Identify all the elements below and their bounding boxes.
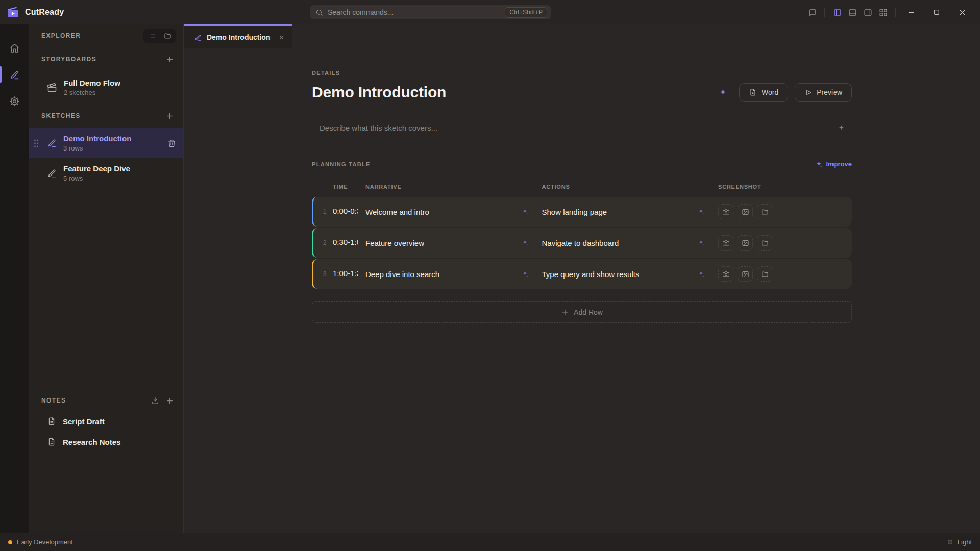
preview-button[interactable]: Preview — [795, 83, 852, 102]
storyboards-label: STORYBOARDS — [41, 56, 96, 63]
theme-toggle-button[interactable]: Light — [946, 538, 972, 546]
title-actions: Word Preview — [719, 83, 852, 102]
panel-left-icon — [833, 8, 842, 17]
sketch-subtitle: 3 rows — [63, 144, 131, 152]
sketches-header: SKETCHES — [29, 104, 183, 128]
export-word-button[interactable]: Word — [739, 83, 788, 102]
time-cell[interactable]: 1:00-1:30 — [333, 269, 365, 280]
add-storyboard-button[interactable] — [163, 53, 176, 66]
cell-ai-button[interactable] — [522, 208, 529, 215]
add-note-button[interactable] — [163, 394, 176, 407]
close-icon — [278, 34, 285, 41]
file-text-icon — [47, 437, 56, 446]
sparkle-icon — [719, 88, 727, 97]
delete-sketch-icon[interactable] — [167, 139, 176, 147]
narrative-cell[interactable]: Feature overview — [365, 239, 542, 247]
cell-ai-button[interactable] — [698, 270, 705, 278]
sparkles-icon — [522, 208, 529, 215]
cell-ai-button[interactable] — [698, 239, 705, 246]
note-item-research-notes[interactable]: Research Notes — [29, 432, 183, 452]
actions-cell[interactable]: Show landing page — [542, 208, 719, 216]
drag-handle-icon[interactable] — [33, 138, 39, 148]
toggle-right-panel-button[interactable] — [860, 5, 875, 20]
time-cell[interactable]: 0:30-1:00 — [333, 238, 365, 248]
maximize-button[interactable] — [926, 5, 947, 20]
titlebar: CutReady Ctrl+Shift+P — [0, 0, 980, 24]
cell-ai-button[interactable] — [522, 270, 529, 278]
sketch-title: Feature Deep Dive — [63, 164, 130, 173]
search-icon — [315, 9, 323, 16]
add-sketch-button[interactable] — [163, 109, 176, 122]
list-view-button[interactable] — [145, 30, 159, 42]
nav-home-button[interactable] — [0, 37, 29, 59]
toggle-bottom-panel-button[interactable] — [845, 5, 860, 20]
tab-demo-introduction[interactable]: Demo Introduction — [184, 24, 292, 48]
pick-image-button[interactable] — [738, 204, 753, 219]
screenshot-cell — [718, 235, 846, 251]
browse-files-button[interactable] — [757, 204, 772, 219]
file-text-icon — [47, 417, 56, 426]
note-item-script-draft[interactable]: Script Draft — [29, 411, 183, 432]
actions-cell[interactable]: Type query and show results — [542, 270, 719, 279]
close-window-button[interactable] — [951, 5, 973, 20]
browse-files-button[interactable] — [757, 235, 772, 251]
grid-icon — [879, 8, 888, 17]
description-ai-button[interactable] — [838, 124, 845, 131]
row-number: 2 — [316, 239, 333, 246]
feedback-button[interactable] — [804, 5, 820, 20]
explorer-header: EXPLORER — [29, 24, 183, 47]
capture-screenshot-button[interactable] — [718, 266, 733, 282]
panel-right-icon — [864, 8, 872, 17]
folder-icon — [164, 32, 172, 40]
ai-sparkle-button[interactable] — [719, 88, 727, 97]
capture-screenshot-button[interactable] — [718, 235, 733, 251]
page-title[interactable]: Demo Introduction — [312, 84, 446, 101]
improve-label: Improve — [826, 160, 852, 168]
cell-ai-button[interactable] — [698, 208, 705, 215]
pick-image-button[interactable] — [738, 266, 753, 282]
explorer-view-toggle — [143, 29, 176, 43]
sketch-item-demo-introduction[interactable]: Demo Introduction 3 rows — [29, 128, 183, 158]
close-tab-button[interactable] — [278, 34, 285, 41]
image-icon — [742, 208, 749, 216]
tab-label: Demo Introduction — [207, 33, 270, 41]
time-cell[interactable]: 0:00-0:30 — [333, 207, 365, 217]
minimize-button[interactable] — [900, 5, 922, 20]
download-notes-button[interactable] — [149, 394, 162, 407]
description-field[interactable]: Describe what this sketch covers... — [312, 117, 852, 138]
browse-files-button[interactable] — [757, 266, 772, 282]
cell-ai-button[interactable] — [522, 239, 529, 246]
camera-icon — [722, 270, 730, 278]
planning-table-label: PLANNING TABLE — [312, 161, 371, 167]
toggle-left-panel-button[interactable] — [829, 5, 845, 20]
add-row-label: Add Row — [574, 308, 603, 316]
status-bar: Early Development Light — [0, 533, 980, 551]
note-title: Research Notes — [63, 438, 120, 446]
titlebar-divider — [824, 8, 825, 17]
layout-grid-button[interactable] — [875, 5, 891, 20]
sketch-item-feature-deep-dive[interactable]: Feature Deep Dive 5 rows — [29, 158, 183, 188]
storyboard-item[interactable]: Full Demo Flow 2 sketches — [29, 71, 183, 104]
command-search[interactable]: Ctrl+Shift+P — [310, 5, 551, 19]
sun-icon — [946, 538, 954, 546]
capture-screenshot-button[interactable] — [718, 204, 733, 219]
add-row-button[interactable]: Add Row — [312, 301, 852, 323]
sparkles-icon — [522, 270, 529, 278]
pick-image-button[interactable] — [738, 235, 753, 251]
notes-header: NOTES — [29, 390, 183, 411]
sparkles-icon — [522, 239, 529, 246]
column-narrative: NARRATIVE — [365, 184, 542, 190]
improve-button[interactable]: Improve — [816, 160, 852, 168]
search-input[interactable] — [328, 8, 505, 16]
image-icon — [742, 270, 749, 278]
app-title: CutReady — [25, 8, 64, 17]
nav-settings-button[interactable] — [0, 90, 29, 112]
nav-sketches-button[interactable] — [0, 63, 29, 86]
pen-icon — [47, 168, 57, 178]
actions-cell[interactable]: Navigate to dashboard — [542, 239, 719, 247]
narrative-cell[interactable]: Welcome and intro — [365, 208, 542, 216]
folder-view-button[interactable] — [160, 30, 175, 42]
column-screenshot: SCREENSHOT — [718, 184, 846, 190]
narrative-cell[interactable]: Deep dive into search — [365, 270, 542, 279]
clapperboard-icon — [47, 83, 57, 93]
